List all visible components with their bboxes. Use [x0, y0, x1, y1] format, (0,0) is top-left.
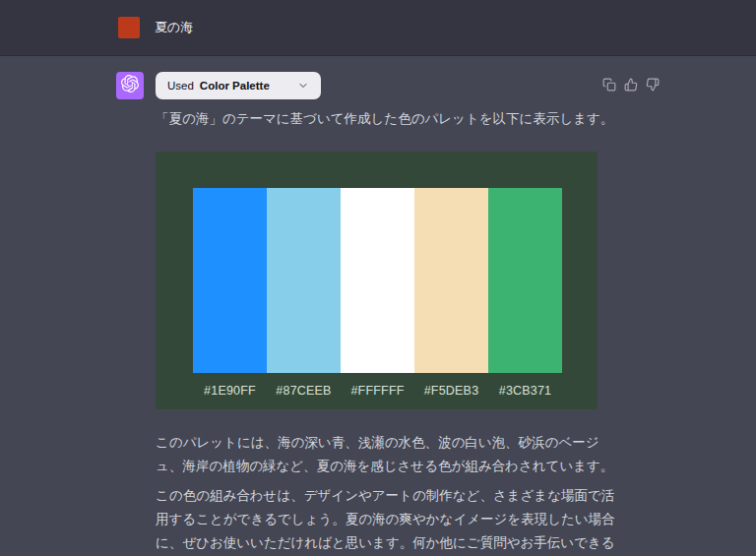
user-message-row: 夏の海 — [0, 0, 756, 56]
assistant-message-row: Used Color Palette — [0, 56, 756, 556]
palette-swatch-color — [341, 188, 414, 373]
plugin-button-prefix: Used — [167, 80, 194, 92]
palette-swatch: #87CEEB — [267, 188, 341, 409]
used-plugin-button[interactable]: Used Color Palette — [156, 72, 321, 99]
chevron-down-icon — [276, 80, 309, 92]
palette-image: #1E90FF#87CEEB#FFFFFF#F5DEB3#3CB371 — [156, 152, 598, 409]
palette-swatch-label: #FFFFFF — [341, 373, 414, 409]
assistant-intro-text: 「夏の海」のテーマに基づいて作成した色のパレットを以下に表示します。 — [156, 107, 616, 131]
thumbs-down-icon[interactable] — [646, 78, 660, 92]
palette-swatch: #1E90FF — [193, 188, 267, 409]
palette-swatch-color — [267, 188, 341, 373]
thumbs-up-icon[interactable] — [624, 78, 638, 92]
palette-swatch-color — [488, 188, 562, 373]
palette-swatch: #3CB371 — [488, 188, 562, 409]
palette-swatch-color — [193, 188, 267, 373]
assistant-paragraph-2: この色の組み合わせは、デザインやアートの制作など、さまざまな場面で活用することが… — [156, 484, 616, 556]
message-actions — [602, 72, 660, 92]
openai-logo-icon — [121, 75, 139, 96]
plugin-button-name: Color Palette — [200, 80, 270, 92]
palette-swatch: #F5DEB3 — [414, 188, 488, 409]
copy-icon[interactable] — [602, 78, 616, 92]
plugin-header: Used Color Palette — [156, 72, 660, 99]
assistant-paragraph-1: このパレットには、海の深い青、浅瀬の水色、波の白い泡、砂浜のベージュ、海岸の植物… — [156, 431, 616, 478]
user-message-text: 夏の海 — [155, 18, 193, 37]
palette-swatch-label: #F5DEB3 — [414, 373, 488, 409]
chatgpt-avatar — [116, 72, 144, 99]
palette-swatch-label: #3CB371 — [488, 373, 562, 409]
palette-swatch-color — [414, 188, 488, 373]
palette-swatches: #1E90FF#87CEEB#FFFFFF#F5DEB3#3CB371 — [193, 188, 562, 409]
palette-swatch-label: #87CEEB — [267, 373, 341, 409]
palette-swatch-label: #1E90FF — [193, 373, 267, 409]
palette-swatch: #FFFFFF — [341, 188, 414, 409]
user-avatar — [118, 17, 140, 38]
